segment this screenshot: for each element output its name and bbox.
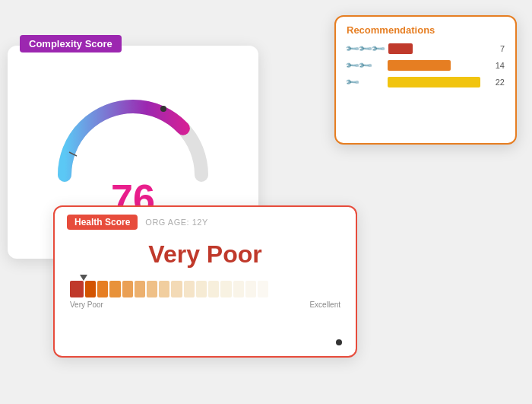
rec-row-1: 🔧 🔧 🔧 7	[347, 43, 505, 54]
rec-bar-wrapper-2	[388, 60, 485, 71]
bar-seg-5	[122, 281, 133, 297]
bar-seg-15	[245, 281, 256, 297]
wrench-icon-2b: 🔧	[357, 58, 373, 74]
svg-point-1	[160, 106, 166, 112]
health-meta: ORG AGE: 12Y	[145, 218, 207, 227]
bar-seg-4	[109, 281, 120, 297]
rec-icons-3: 🔧	[347, 77, 383, 87]
rec-bar-2	[388, 60, 451, 71]
bar-seg-6	[135, 281, 145, 297]
health-badge: Health Score	[67, 215, 138, 230]
rec-row-3: 🔧 22	[347, 77, 505, 87]
rec-row-2: 🔧 🔧 14	[347, 60, 505, 71]
bar-seg-13	[220, 281, 231, 297]
health-header: Health Score ORG AGE: 12Y	[55, 207, 356, 234]
bar-seg-3	[97, 281, 108, 297]
bar-label-right: Excellent	[309, 301, 340, 309]
health-bar-section: Very Poor Excellent	[55, 281, 356, 309]
rec-count-1: 7	[489, 44, 505, 53]
rec-bar-wrapper-1	[388, 43, 485, 54]
rec-bar-1	[388, 43, 413, 54]
bar-seg-2	[85, 281, 96, 297]
bar-seg-1	[70, 281, 84, 297]
recommendations-title: Recommendations	[347, 24, 505, 36]
bar-seg-9	[171, 281, 182, 297]
wrench-icon-1c: 🔧	[370, 41, 386, 57]
rec-bar-3	[388, 77, 480, 87]
bar-seg-12	[208, 281, 219, 297]
health-dot-indicator	[336, 339, 342, 345]
gauge-svg	[49, 87, 217, 186]
health-card: Health Score ORG AGE: 12Y Very Poor Very	[53, 205, 357, 358]
bar-label-left: Very Poor	[70, 301, 103, 309]
health-bar-labels: Very Poor Excellent	[70, 301, 340, 309]
health-bar-track	[70, 281, 340, 297]
rec-icons-1: 🔧 🔧 🔧	[347, 43, 384, 54]
bar-seg-10	[184, 281, 195, 297]
bar-seg-16	[258, 281, 268, 297]
bar-seg-11	[196, 281, 207, 297]
rec-count-3: 22	[489, 78, 505, 87]
recommendations-card: Recommendations 🔧 🔧 🔧 7 🔧 🔧 14 🔧 22	[334, 15, 517, 145]
bar-seg-8	[159, 281, 169, 297]
bar-seg-14	[233, 281, 244, 297]
rec-icons-2: 🔧 🔧	[347, 60, 383, 71]
bar-seg-7	[147, 281, 157, 297]
health-rating: Very Poor	[55, 240, 356, 269]
rec-bar-wrapper-3	[388, 77, 485, 87]
complexity-badge: Complexity Score	[20, 35, 122, 52]
rec-count-2: 14	[489, 61, 505, 70]
health-bar-indicator	[80, 275, 87, 281]
wrench-icon-3a: 🔧	[344, 75, 360, 91]
